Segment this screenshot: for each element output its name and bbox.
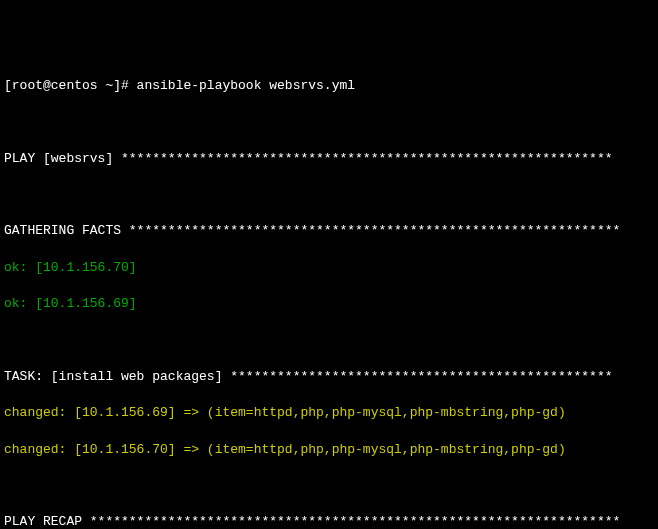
task-changed-line: changed: [10.1.156.70] => (item=httpd,ph…	[4, 441, 654, 459]
play-recap-header: PLAY RECAP *****************************…	[4, 513, 654, 529]
prompt-line: [root@centos ~]# ansible-playbook websrv…	[4, 77, 654, 95]
fact-ok-line: ok: [10.1.156.70]	[4, 259, 654, 277]
play-header: PLAY [websrvs] *************************…	[4, 150, 654, 168]
task-changed-line: changed: [10.1.156.69] => (item=httpd,ph…	[4, 404, 654, 422]
gathering-facts-header: GATHERING FACTS ************************…	[4, 222, 654, 240]
fact-ok-line: ok: [10.1.156.69]	[4, 295, 654, 313]
task-header: TASK: [install web packages] ***********…	[4, 368, 654, 386]
